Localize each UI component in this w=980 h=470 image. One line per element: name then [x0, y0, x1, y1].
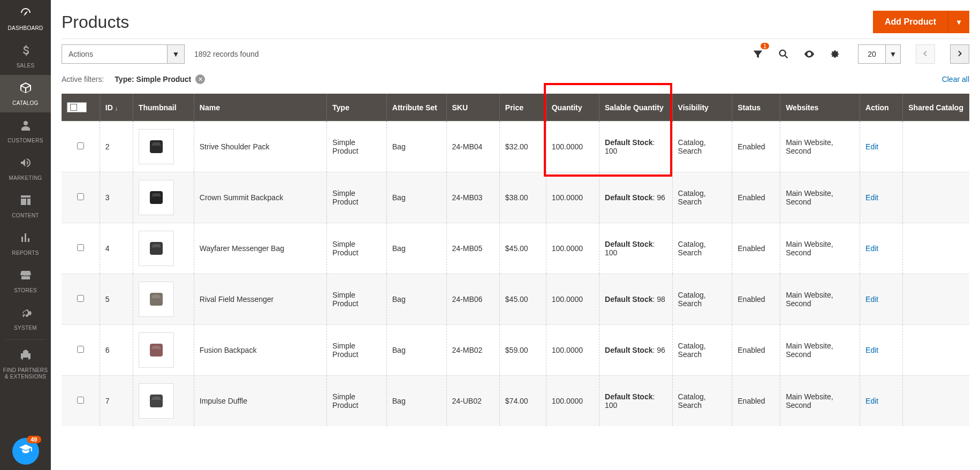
sidebar-item-find-partners[interactable]: FIND PARTNERS & EXTENSIONS	[0, 342, 51, 386]
product-thumb	[139, 231, 174, 266]
help-badge: 49	[27, 436, 41, 443]
col-header-salable-quantity[interactable]: Salable Quantity	[599, 94, 673, 122]
cell-name: Fusion Backpack	[194, 325, 326, 376]
edit-link[interactable]: Edit	[865, 142, 878, 151]
table-row[interactable]: 2 Strive Shoulder Pack Simple Product Ba…	[62, 122, 969, 172]
cell-name: Wayfarer Messenger Bag	[194, 223, 326, 274]
edit-link[interactable]: Edit	[865, 193, 878, 202]
chevron-right-icon	[955, 49, 964, 59]
edit-link[interactable]: Edit	[865, 397, 878, 405]
col-header-checkbox[interactable]: ▼	[62, 94, 100, 122]
chevron-down-icon: ▼	[167, 45, 184, 63]
cell-type: Simple Product	[327, 172, 387, 223]
table-row[interactable]: 5 Rival Field Messenger Simple Product B…	[62, 274, 969, 325]
col-header-visibility[interactable]: Visibility	[672, 94, 732, 122]
col-header-id[interactable]: ID↓	[100, 94, 133, 122]
products-grid: ▼ ID↓ Thumbnail Name Type Attribute Set …	[62, 94, 969, 426]
dashboard-icon	[19, 6, 32, 22]
col-header-quantity[interactable]: Quantity	[546, 94, 599, 122]
cell-name: Crown Summit Backpack	[194, 172, 326, 223]
person-icon	[19, 119, 32, 135]
col-header-thumbnail[interactable]: Thumbnail	[133, 94, 194, 122]
cell-name: Strive Shoulder Pack	[194, 122, 326, 172]
cell-attribute-set: Bag	[386, 172, 446, 223]
cell-status: Enabled	[732, 122, 780, 172]
col-header-sku[interactable]: SKU	[446, 94, 499, 122]
sidebar-item-sales[interactable]: SALES	[0, 37, 51, 75]
sidebar-item-system[interactable]: SYSTEM	[0, 300, 51, 337]
store-icon	[19, 269, 32, 285]
col-header-name[interactable]: Name	[194, 94, 326, 122]
sidebar-item-dashboard[interactable]: DASHBOARD	[0, 0, 51, 37]
filter-chip: Type: Simple Product ✕	[115, 74, 205, 84]
actions-label: Actions	[62, 50, 167, 58]
edit-link[interactable]: Edit	[865, 244, 878, 253]
page-size-select[interactable]: 20 ▼	[858, 44, 901, 64]
sidebar-item-marketing[interactable]: MARKETING	[0, 150, 51, 187]
table-row[interactable]: 4 Wayfarer Messenger Bag Simple Product …	[62, 223, 969, 274]
help-bubble[interactable]: 49	[12, 438, 39, 465]
cell-quantity: 100.0000	[546, 376, 599, 427]
add-product-dropdown[interactable]: ▼	[948, 11, 969, 33]
cell-status: Enabled	[732, 376, 780, 427]
cell-type: Simple Product	[327, 274, 387, 325]
cell-shared-catalog	[903, 122, 969, 172]
remove-filter-button[interactable]: ✕	[195, 74, 205, 84]
sidebar-item-reports[interactable]: REPORTS	[0, 225, 51, 262]
catalog-icon	[19, 81, 32, 97]
table-row[interactable]: 6 Fusion Backpack Simple Product Bag 24-…	[62, 325, 969, 376]
cell-type: Simple Product	[327, 325, 387, 376]
col-header-type[interactable]: Type	[327, 94, 387, 122]
bar-chart-icon	[19, 231, 32, 247]
row-checkbox[interactable]	[77, 295, 84, 302]
cell-price: $45.00	[499, 274, 546, 325]
sidebar-label: & EXTENSIONS	[5, 374, 47, 380]
add-product-button[interactable]: Add Product	[873, 11, 948, 33]
prev-page-button[interactable]	[916, 44, 935, 64]
col-header-websites[interactable]: Websites	[780, 94, 860, 122]
cell-price: $45.00	[499, 223, 546, 274]
eye-icon[interactable]	[801, 46, 817, 62]
actions-select[interactable]: Actions ▼	[62, 44, 185, 64]
filters-icon[interactable]: 1	[750, 46, 766, 62]
sidebar-label: FIND PARTNERS	[3, 367, 48, 374]
row-checkbox[interactable]	[77, 397, 84, 404]
cell-thumbnail	[133, 274, 194, 325]
next-page-button[interactable]	[950, 44, 969, 64]
product-thumb	[139, 383, 174, 419]
cell-websites: Main Website, Second	[780, 274, 860, 325]
filter-count-badge: 1	[761, 43, 769, 49]
sidebar-item-customers[interactable]: CUSTOMERS	[0, 112, 51, 150]
cell-thumbnail	[133, 172, 194, 223]
edit-link[interactable]: Edit	[865, 346, 878, 354]
row-checkbox[interactable]	[77, 346, 84, 353]
search-icon[interactable]	[776, 46, 792, 62]
col-header-action[interactable]: Action	[860, 94, 903, 122]
col-header-shared-catalog[interactable]: Shared Catalog	[903, 94, 969, 122]
sidebar-item-catalog[interactable]: CATALOG	[0, 75, 51, 112]
columns-gear-icon[interactable]	[827, 46, 843, 62]
cell-price: $74.00	[499, 376, 546, 427]
col-header-status[interactable]: Status	[732, 94, 780, 122]
table-row[interactable]: 7 Impulse Duffle Simple Product Bag 24-U…	[62, 376, 969, 427]
svg-rect-3	[150, 242, 163, 255]
cell-action: Edit	[860, 325, 903, 376]
sidebar-item-stores[interactable]: STORES	[0, 262, 51, 300]
cell-status: Enabled	[732, 172, 780, 223]
graduation-cap-icon	[19, 443, 33, 460]
sidebar-item-content[interactable]: CONTENT	[0, 187, 51, 225]
filter-chip-key: Type:	[115, 75, 136, 84]
edit-link[interactable]: Edit	[865, 295, 878, 304]
svg-rect-1	[150, 140, 163, 153]
cell-websites: Main Website, Second	[780, 172, 860, 223]
row-checkbox[interactable]	[77, 244, 84, 251]
clear-all-filters[interactable]: Clear all	[942, 75, 969, 84]
row-checkbox[interactable]	[77, 193, 84, 200]
cell-sku: 24-UB02	[446, 376, 499, 427]
row-checkbox[interactable]	[77, 142, 84, 149]
col-header-attribute-set[interactable]: Attribute Set	[386, 94, 446, 122]
sidebar-divider	[5, 339, 45, 340]
col-header-price[interactable]: Price	[499, 94, 546, 122]
table-row[interactable]: 3 Crown Summit Backpack Simple Product B…	[62, 172, 969, 223]
cell-sku: 24-MB03	[446, 172, 499, 223]
